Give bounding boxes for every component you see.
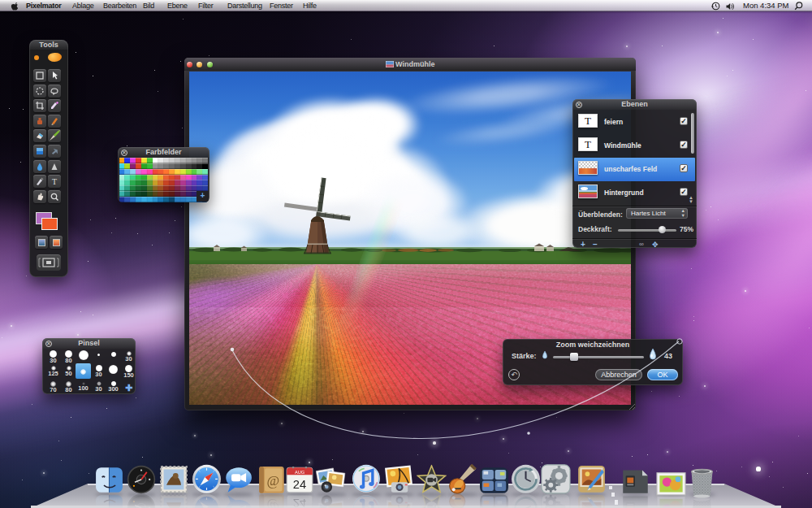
svg-text:24: 24	[293, 478, 306, 491]
svg-text:24: 24	[293, 497, 306, 508]
svg-text:AUG: AUG	[295, 470, 304, 475]
svg-text:@: @	[266, 499, 279, 508]
svg-text:@: @	[266, 473, 279, 488]
svg-text:T: T	[52, 177, 57, 186]
